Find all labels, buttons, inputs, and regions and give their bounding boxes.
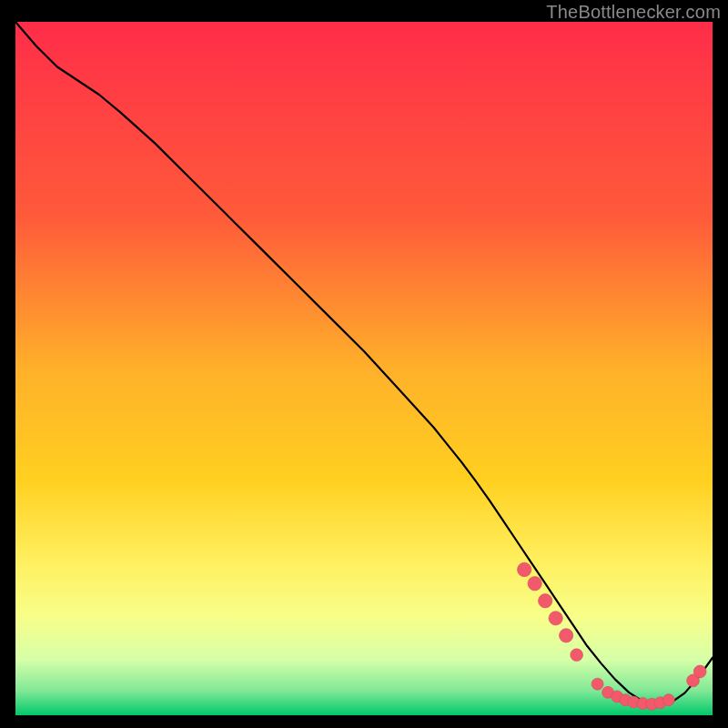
data-marker (559, 629, 572, 642)
data-marker (592, 678, 603, 690)
data-marker (571, 649, 583, 662)
gradient-background (15, 22, 713, 715)
data-marker (662, 694, 674, 706)
data-marker (693, 665, 706, 678)
chart-stage: TheBottlenecker.com (0, 0, 728, 728)
data-marker (518, 562, 531, 576)
data-marker (539, 594, 552, 608)
plot-area (15, 22, 713, 715)
data-marker (528, 577, 541, 591)
chart-svg (15, 22, 713, 715)
data-marker (549, 612, 562, 625)
watermark-text: TheBottlenecker.com (546, 2, 721, 23)
